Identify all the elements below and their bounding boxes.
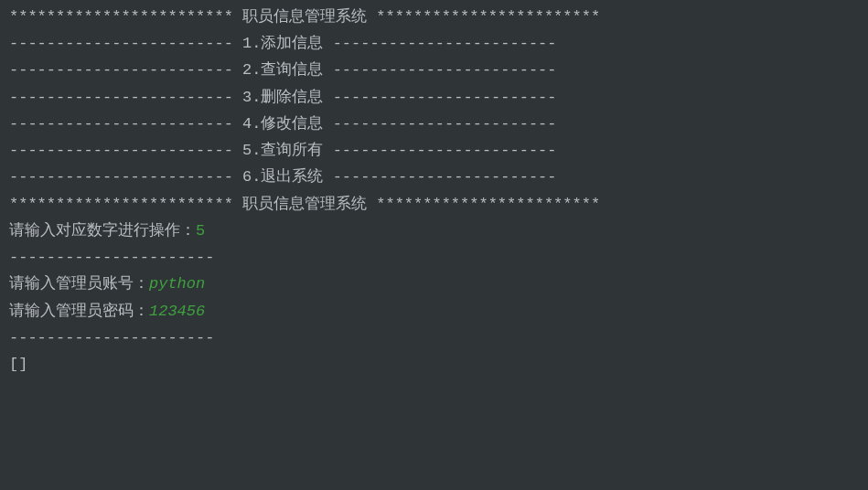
operation-prompt-label: 请输入对应数字进行操作： (9, 218, 196, 244)
admin-pass-label: 请输入管理员密码： (9, 298, 149, 325)
menu-item-4: ------------------------ 4.修改信息 --------… (9, 111, 859, 137)
separator-line-1: ---------------------- (9, 244, 859, 271)
separator-line-2: ---------------------- (9, 325, 859, 351)
admin-pass-prompt[interactable]: 请输入管理员密码：123456 (9, 298, 859, 325)
result-output: [] (9, 351, 859, 378)
footer-title: 职员信息管理系统 (242, 196, 376, 213)
menu-item-5: ------------------------ 5.查询所有 --------… (9, 137, 859, 164)
menu-item-2: ------------------------ 2.查询信息 --------… (9, 57, 859, 83)
terminal-output: ************************ 职员信息管理系统 ******… (9, 4, 859, 378)
operation-prompt[interactable]: 请输入对应数字进行操作：5 (9, 218, 859, 244)
menu-item-1: ------------------------ 1.添加信息 --------… (9, 30, 859, 57)
admin-pass-value: 123456 (149, 298, 205, 325)
menu-item-6: ------------------------ 6.退出系统 --------… (9, 164, 859, 190)
admin-user-value: python (149, 271, 205, 297)
admin-user-prompt[interactable]: 请输入管理员账号：python (9, 271, 859, 297)
menu-item-3: ------------------------ 3.删除信息 --------… (9, 84, 859, 111)
header-title: 职员信息管理系统 (242, 8, 376, 26)
footer-line: ************************ 职员信息管理系统 ******… (9, 191, 859, 218)
admin-user-label: 请输入管理员账号： (9, 271, 149, 297)
operation-input-value: 5 (196, 218, 205, 244)
header-line: ************************ 职员信息管理系统 ******… (9, 4, 859, 30)
